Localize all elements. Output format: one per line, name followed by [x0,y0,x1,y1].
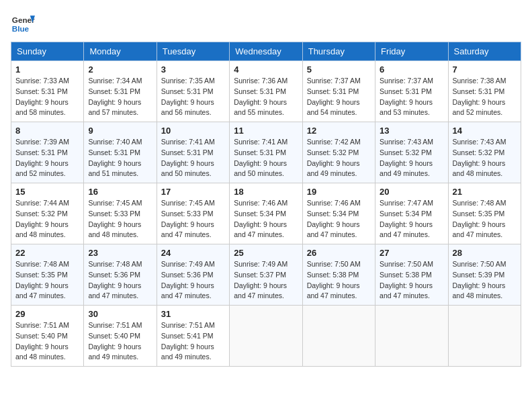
calendar-day: 31 Sunrise: 7:51 AMSunset: 5:41 PMDaylig… [157,306,229,367]
day-number: 16 [88,187,152,197]
calendar-day: 5 Sunrise: 7:37 AMSunset: 5:31 PMDayligh… [302,61,375,122]
day-info: Sunrise: 7:41 AMSunset: 5:31 PMDaylight:… [161,138,215,177]
day-number: 23 [88,248,152,258]
day-number: 29 [15,309,79,319]
day-info: Sunrise: 7:49 AMSunset: 5:37 PMDaylight:… [234,260,287,300]
day-info: Sunrise: 7:47 AMSunset: 5:34 PMDaylight:… [380,199,433,238]
calendar-day: 24 Sunrise: 7:49 AMSunset: 5:36 PMDaylig… [157,244,229,306]
day-number: 24 [161,248,225,258]
day-number: 15 [15,187,79,197]
day-info: Sunrise: 7:46 AMSunset: 5:34 PMDaylight:… [307,199,361,238]
calendar-week-5: 29 Sunrise: 7:51 AMSunset: 5:40 PMDaylig… [11,306,521,367]
weekday-header-sunday: Sunday [11,42,84,61]
day-number: 20 [380,187,443,197]
day-info: Sunrise: 7:43 AMSunset: 5:32 PMDaylight:… [453,138,506,177]
calendar-day [448,306,521,367]
day-info: Sunrise: 7:50 AMSunset: 5:39 PMDaylight:… [453,260,506,300]
calendar-day [230,306,302,367]
calendar-day: 22 Sunrise: 7:48 AMSunset: 5:35 PMDaylig… [11,244,84,306]
day-info: Sunrise: 7:44 AMSunset: 5:32 PMDaylight:… [15,199,69,238]
day-info: Sunrise: 7:37 AMSunset: 5:31 PMDaylight:… [307,77,361,116]
calendar-week-3: 15 Sunrise: 7:44 AMSunset: 5:32 PMDaylig… [11,183,521,244]
calendar-day: 6 Sunrise: 7:37 AMSunset: 5:31 PMDayligh… [375,61,448,122]
day-info: Sunrise: 7:40 AMSunset: 5:31 PMDaylight:… [88,138,142,177]
calendar-day: 29 Sunrise: 7:51 AMSunset: 5:40 PMDaylig… [11,306,84,367]
calendar-day [375,306,448,367]
day-number: 8 [15,126,79,136]
day-info: Sunrise: 7:45 AMSunset: 5:33 PMDaylight:… [88,199,142,238]
day-info: Sunrise: 7:51 AMSunset: 5:40 PMDaylight:… [15,321,69,361]
day-info: Sunrise: 7:34 AMSunset: 5:31 PMDaylight:… [88,77,142,116]
calendar-week-4: 22 Sunrise: 7:48 AMSunset: 5:35 PMDaylig… [11,244,521,306]
calendar-day: 28 Sunrise: 7:50 AMSunset: 5:39 PMDaylig… [448,244,521,306]
day-info: Sunrise: 7:38 AMSunset: 5:31 PMDaylight:… [453,77,506,116]
calendar-day: 18 Sunrise: 7:46 AMSunset: 5:34 PMDaylig… [230,183,302,244]
page-header: General Blue [11,11,521,35]
weekday-header-tuesday: Tuesday [157,42,229,61]
day-info: Sunrise: 7:46 AMSunset: 5:34 PMDaylight:… [234,199,287,238]
calendar-day: 27 Sunrise: 7:50 AMSunset: 5:38 PMDaylig… [375,244,448,306]
day-info: Sunrise: 7:51 AMSunset: 5:41 PMDaylight:… [161,321,215,361]
calendar-day: 15 Sunrise: 7:44 AMSunset: 5:32 PMDaylig… [11,183,84,244]
weekday-header-monday: Monday [84,42,157,61]
calendar-day: 3 Sunrise: 7:35 AMSunset: 5:31 PMDayligh… [157,61,229,122]
day-number: 17 [161,187,225,197]
svg-text:Blue: Blue [12,24,30,33]
calendar-day: 10 Sunrise: 7:41 AMSunset: 5:31 PMDaylig… [157,122,229,183]
weekday-header-saturday: Saturday [448,42,521,61]
calendar-day: 12 Sunrise: 7:42 AMSunset: 5:32 PMDaylig… [302,122,375,183]
calendar-day: 14 Sunrise: 7:43 AMSunset: 5:32 PMDaylig… [448,122,521,183]
calendar-day: 25 Sunrise: 7:49 AMSunset: 5:37 PMDaylig… [230,244,302,306]
day-info: Sunrise: 7:48 AMSunset: 5:35 PMDaylight:… [453,199,506,238]
day-number: 10 [161,126,225,136]
day-info: Sunrise: 7:49 AMSunset: 5:36 PMDaylight:… [161,260,215,300]
weekday-header-thursday: Thursday [302,42,375,61]
calendar-day: 26 Sunrise: 7:50 AMSunset: 5:38 PMDaylig… [302,244,375,306]
day-number: 7 [453,64,517,75]
logo: General Blue [11,11,35,35]
day-info: Sunrise: 7:51 AMSunset: 5:40 PMDaylight:… [88,321,142,361]
day-number: 18 [234,187,298,197]
calendar-day: 21 Sunrise: 7:48 AMSunset: 5:35 PMDaylig… [448,183,521,244]
day-info: Sunrise: 7:50 AMSunset: 5:38 PMDaylight:… [307,260,361,300]
day-info: Sunrise: 7:41 AMSunset: 5:31 PMDaylight:… [234,138,287,177]
calendar-day: 16 Sunrise: 7:45 AMSunset: 5:33 PMDaylig… [84,183,157,244]
day-info: Sunrise: 7:33 AMSunset: 5:31 PMDaylight:… [15,77,69,116]
day-info: Sunrise: 7:48 AMSunset: 5:35 PMDaylight:… [15,260,69,300]
calendar-day: 11 Sunrise: 7:41 AMSunset: 5:31 PMDaylig… [230,122,302,183]
day-info: Sunrise: 7:37 AMSunset: 5:31 PMDaylight:… [380,77,433,116]
day-number: 22 [15,248,79,258]
day-number: 5 [307,64,371,75]
calendar-day: 30 Sunrise: 7:51 AMSunset: 5:40 PMDaylig… [84,306,157,367]
calendar-day [302,306,375,367]
day-number: 11 [234,126,298,136]
calendar-day: 19 Sunrise: 7:46 AMSunset: 5:34 PMDaylig… [302,183,375,244]
day-info: Sunrise: 7:50 AMSunset: 5:38 PMDaylight:… [380,260,433,300]
day-number: 26 [307,248,371,258]
day-info: Sunrise: 7:36 AMSunset: 5:31 PMDaylight:… [234,77,287,116]
weekday-header-wednesday: Wednesday [230,42,302,61]
calendar-week-1: 1 Sunrise: 7:33 AMSunset: 5:31 PMDayligh… [11,61,521,122]
day-number: 3 [161,64,225,75]
day-number: 21 [453,187,517,197]
day-info: Sunrise: 7:45 AMSunset: 5:33 PMDaylight:… [161,199,215,238]
day-number: 6 [380,64,443,75]
day-number: 19 [307,187,371,197]
calendar-day: 1 Sunrise: 7:33 AMSunset: 5:31 PMDayligh… [11,61,84,122]
calendar-day: 13 Sunrise: 7:43 AMSunset: 5:32 PMDaylig… [375,122,448,183]
day-info: Sunrise: 7:35 AMSunset: 5:31 PMDaylight:… [161,77,215,116]
day-number: 9 [88,126,152,136]
weekday-header-friday: Friday [375,42,448,61]
calendar-week-2: 8 Sunrise: 7:39 AMSunset: 5:31 PMDayligh… [11,122,521,183]
day-number: 2 [88,64,152,75]
calendar-day: 20 Sunrise: 7:47 AMSunset: 5:34 PMDaylig… [375,183,448,244]
day-number: 30 [88,309,152,319]
calendar-table: SundayMondayTuesdayWednesdayThursdayFrid… [11,42,521,367]
day-number: 12 [307,126,371,136]
calendar-day: 9 Sunrise: 7:40 AMSunset: 5:31 PMDayligh… [84,122,157,183]
day-number: 4 [234,64,298,75]
calendar-day: 8 Sunrise: 7:39 AMSunset: 5:31 PMDayligh… [11,122,84,183]
day-number: 31 [161,309,225,319]
day-number: 1 [15,64,79,75]
logo-icon: General Blue [11,11,35,35]
